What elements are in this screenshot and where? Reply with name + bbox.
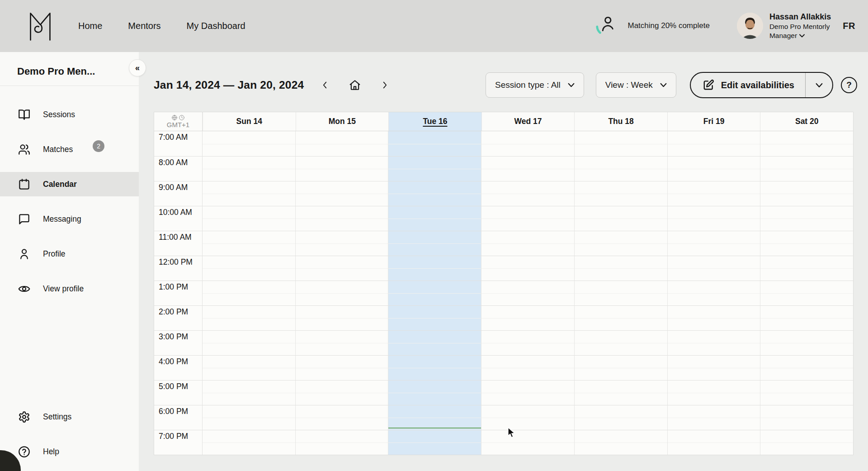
calendar-cell[interactable] <box>481 356 574 380</box>
calendar-cell[interactable] <box>388 256 481 281</box>
sidebar-item-calendar[interactable]: Calendar <box>0 172 139 196</box>
calendar-cell[interactable] <box>388 430 481 455</box>
calendar-cell[interactable] <box>203 206 295 231</box>
user-role-dropdown[interactable]: Manager <box>769 31 831 40</box>
calendar-cell[interactable] <box>388 356 481 380</box>
calendar-cell[interactable] <box>760 131 853 156</box>
nav-mentors[interactable]: Mentors <box>128 21 160 31</box>
sidebar-item-view-profile[interactable]: View profile <box>0 276 139 301</box>
calendar-cell[interactable] <box>667 405 760 430</box>
calendar-cell[interactable] <box>760 381 853 405</box>
calendar-cell[interactable] <box>203 331 295 355</box>
calendar-cell[interactable] <box>574 231 667 256</box>
calendar-cell[interactable] <box>760 231 853 256</box>
calendar-cell[interactable] <box>203 157 295 181</box>
calendar-cell[interactable] <box>388 131 481 156</box>
calendar-cell[interactable] <box>574 281 667 305</box>
calendar-cell[interactable] <box>574 356 667 380</box>
calendar-cell[interactable] <box>574 181 667 206</box>
sidebar-item-profile[interactable]: Profile <box>0 242 139 266</box>
day-header-tue-16[interactable]: Tue 16 <box>388 112 481 131</box>
calendar-cell[interactable] <box>667 256 760 281</box>
calendar-cell[interactable] <box>481 430 574 455</box>
calendar-cell[interactable] <box>295 331 388 355</box>
previous-week-button[interactable] <box>318 78 332 92</box>
sidebar-item-settings[interactable]: Settings <box>0 404 139 429</box>
calendar-cell[interactable] <box>574 381 667 405</box>
calendar-cell[interactable] <box>760 181 853 206</box>
calendar-cell[interactable] <box>574 256 667 281</box>
calendar-cell[interactable] <box>667 231 760 256</box>
calendar-cell[interactable] <box>760 256 853 281</box>
calendar-cell[interactable] <box>481 256 574 281</box>
calendar-cell[interactable] <box>295 405 388 430</box>
edit-availabilities-caret[interactable] <box>805 73 832 97</box>
calendar-cell[interactable] <box>667 381 760 405</box>
calendar-cell[interactable] <box>481 381 574 405</box>
sidebar-item-messaging[interactable]: Messaging <box>0 207 139 231</box>
calendar-cell[interactable] <box>760 157 853 181</box>
calendar-cell[interactable] <box>295 306 388 330</box>
calendar-cell[interactable] <box>760 281 853 305</box>
calendar-cell[interactable] <box>667 181 760 206</box>
day-header-wed-17[interactable]: Wed 17 <box>481 112 575 131</box>
calendar-cell[interactable] <box>203 256 295 281</box>
calendar-cell[interactable] <box>388 281 481 305</box>
calendar-cell[interactable] <box>388 381 481 405</box>
calendar-cell[interactable] <box>295 181 388 206</box>
sidebar-collapse-button[interactable]: « <box>129 59 146 76</box>
calendar-cell[interactable] <box>295 430 388 455</box>
calendar-cell[interactable] <box>760 306 853 330</box>
calendar-cell[interactable] <box>203 430 295 455</box>
sidebar-item-matches[interactable]: Matches 2 <box>0 137 139 162</box>
calendar-cell[interactable] <box>574 405 667 430</box>
calendar-cell[interactable] <box>760 206 853 231</box>
mentorly-logo-icon[interactable] <box>28 10 53 42</box>
calendar-cell[interactable] <box>295 256 388 281</box>
day-header-fri-19[interactable]: Fri 19 <box>667 112 760 131</box>
calendar-cell[interactable] <box>574 206 667 231</box>
calendar-cell[interactable] <box>203 306 295 330</box>
sidebar-item-help[interactable]: Help <box>0 439 139 464</box>
calendar-cell[interactable] <box>295 231 388 256</box>
sidebar-item-sessions[interactable]: Sessions <box>0 102 139 127</box>
view-dropdown[interactable]: View : Week <box>596 72 676 98</box>
day-header-mon-15[interactable]: Mon 15 <box>296 112 389 131</box>
calendar-cell[interactable] <box>295 381 388 405</box>
calendar-cell[interactable] <box>203 131 295 156</box>
calendar-cell[interactable] <box>667 206 760 231</box>
today-home-button[interactable] <box>347 77 363 93</box>
calendar-cell[interactable] <box>481 131 574 156</box>
edit-availabilities-button[interactable]: Edit availabilities <box>691 73 805 97</box>
day-header-sat-20[interactable]: Sat 20 <box>760 112 853 131</box>
calendar-cell[interactable] <box>388 206 481 231</box>
matching-progress[interactable]: Matching 20% complete <box>595 15 709 36</box>
calendar-cell[interactable] <box>574 306 667 330</box>
calendar-cell[interactable] <box>760 405 853 430</box>
calendar-cell[interactable] <box>481 157 574 181</box>
calendar-cell[interactable] <box>667 430 760 455</box>
calendar-cell[interactable] <box>481 306 574 330</box>
calendar-cell[interactable] <box>481 281 574 305</box>
next-week-button[interactable] <box>378 78 392 92</box>
calendar-cell[interactable] <box>667 331 760 355</box>
day-header-sun-14[interactable]: Sun 14 <box>203 112 296 131</box>
session-type-dropdown[interactable]: Session type : All <box>486 72 584 98</box>
calendar-cell[interactable] <box>388 181 481 206</box>
calendar-cell[interactable] <box>203 356 295 380</box>
calendar-cell[interactable] <box>574 131 667 156</box>
day-header-thu-18[interactable]: Thu 18 <box>574 112 667 131</box>
calendar-cell[interactable] <box>203 381 295 405</box>
calendar-cell[interactable] <box>295 131 388 156</box>
nav-home[interactable]: Home <box>78 21 102 31</box>
user-menu[interactable]: Hassan Allakkis Demo Pro Mentorly Manage… <box>737 12 831 41</box>
calendar-cell[interactable] <box>295 157 388 181</box>
calendar-cell[interactable] <box>203 281 295 305</box>
calendar-cell[interactable] <box>481 405 574 430</box>
calendar-cell[interactable] <box>574 157 667 181</box>
calendar-help-button[interactable]: ? <box>841 77 857 93</box>
language-selector[interactable]: FR <box>843 21 855 31</box>
calendar-cell[interactable] <box>760 331 853 355</box>
calendar-cell[interactable] <box>760 356 853 380</box>
calendar-cell[interactable] <box>388 306 481 330</box>
